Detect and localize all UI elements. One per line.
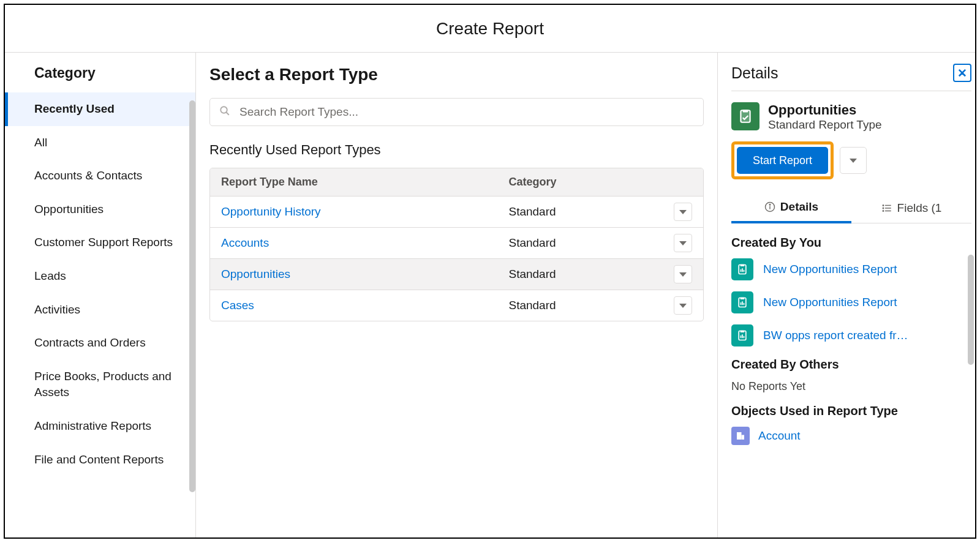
category-item-opportunities[interactable]: Opportunities <box>5 193 195 227</box>
tab-label: Fields (1 <box>897 201 942 215</box>
report-icon <box>731 258 753 280</box>
category-item-label: Price Books, Products and Assets <box>34 370 172 399</box>
details-scrollbar[interactable] <box>968 255 974 365</box>
svg-point-11 <box>883 205 884 206</box>
row-category: Standard <box>497 228 663 259</box>
close-button[interactable]: ✕ <box>953 64 971 82</box>
table-row[interactable]: Opportunity History Standard <box>210 197 703 228</box>
start-report-dropdown[interactable] <box>840 147 867 174</box>
category-item-file-content[interactable]: File and Content Reports <box>5 443 195 477</box>
col-name: Report Type Name <box>210 168 497 197</box>
modal-header: Create Report <box>5 5 975 53</box>
table-row[interactable]: Cases Standard <box>210 290 703 321</box>
svg-rect-26 <box>741 335 742 338</box>
category-item-customer-support[interactable]: Customer Support Reports <box>5 226 195 260</box>
close-icon: ✕ <box>957 66 967 80</box>
svg-rect-25 <box>741 331 745 332</box>
category-item-all[interactable]: All <box>5 126 195 160</box>
col-actions <box>663 168 703 197</box>
svg-point-13 <box>883 211 884 212</box>
report-icon <box>731 291 753 313</box>
report-link-row[interactable]: BW opps report created fr… <box>731 324 971 346</box>
row-category: Standard <box>497 290 663 321</box>
row-actions-button[interactable] <box>674 234 692 252</box>
svg-rect-23 <box>744 303 745 305</box>
report-link: New Opportunities Report <box>763 296 897 309</box>
row-name: Opportunities <box>210 259 497 290</box>
row-name: Cases <box>210 290 497 321</box>
svg-point-12 <box>883 208 884 209</box>
search-input[interactable] <box>209 98 704 126</box>
svg-rect-18 <box>744 270 745 272</box>
report-link: BW opps report created fr… <box>763 329 908 342</box>
svg-line-1 <box>226 112 229 115</box>
category-item-label: File and Content Reports <box>34 453 164 466</box>
svg-rect-4 <box>743 110 748 112</box>
category-sidebar: Category Recently Used All Accounts & Co… <box>5 53 196 537</box>
report-link: New Opportunities Report <box>763 263 897 276</box>
category-item-label: Opportunities <box>34 203 104 215</box>
svg-rect-15 <box>741 264 745 266</box>
details-tabs: Details Fields (1 <box>731 194 971 223</box>
row-actions-button[interactable] <box>674 296 692 315</box>
details-heading: Details <box>731 64 778 82</box>
svg-point-0 <box>221 107 227 113</box>
category-item-label: Accounts & Contacts <box>34 169 142 182</box>
category-item-contracts-orders[interactable]: Contracts and Orders <box>5 326 195 360</box>
object-link: Account <box>758 429 801 443</box>
report-link-row[interactable]: New Opportunities Report <box>731 291 971 313</box>
table-row[interactable]: Opportunities Standard <box>210 259 703 290</box>
category-item-label: Recently Used <box>34 102 115 115</box>
chevron-down-icon <box>679 272 687 277</box>
modal-title: Create Report <box>436 19 544 39</box>
report-icon <box>731 324 753 346</box>
row-actions-button[interactable] <box>674 265 692 283</box>
table-row[interactable]: Accounts Standard <box>210 228 703 259</box>
category-item-administrative[interactable]: Administrative Reports <box>5 410 195 443</box>
row-category: Standard <box>497 259 663 290</box>
row-category: Standard <box>497 197 663 228</box>
row-name: Accounts <box>210 228 497 259</box>
category-item-label: All <box>34 136 47 149</box>
chevron-down-icon <box>679 304 687 308</box>
category-item-label: Contracts and Orders <box>34 336 146 349</box>
category-item-recently-used[interactable]: Recently Used <box>5 92 195 126</box>
svg-rect-22 <box>742 302 743 305</box>
created-by-others-heading: Created By Others <box>731 358 971 372</box>
svg-rect-16 <box>741 269 742 272</box>
search-icon <box>219 105 230 119</box>
list-heading: Recently Used Report Types <box>209 142 704 158</box>
chevron-down-icon <box>679 241 687 245</box>
svg-rect-20 <box>741 298 745 299</box>
start-report-button[interactable]: Start Report <box>737 147 828 174</box>
svg-rect-17 <box>742 269 743 272</box>
tab-fields[interactable]: Fields (1 <box>851 194 971 223</box>
report-type-table: Report Type Name Category Opportunity Hi… <box>209 168 704 321</box>
tab-label: Details <box>780 200 818 214</box>
created-by-others-text: No Reports Yet <box>731 380 971 393</box>
chevron-down-icon <box>850 159 857 163</box>
category-item-price-books[interactable]: Price Books, Products and Assets <box>5 360 195 410</box>
category-item-label: Administrative Reports <box>34 419 151 432</box>
category-item-label: Leads <box>34 269 66 282</box>
main-heading: Select a Report Type <box>209 65 704 84</box>
created-by-you-heading: Created By You <box>731 236 971 250</box>
object-row[interactable]: Account <box>731 427 971 445</box>
report-type-icon <box>731 102 760 130</box>
category-item-accounts-contacts[interactable]: Accounts & Contacts <box>5 159 195 193</box>
info-icon <box>764 201 775 212</box>
sidebar-scrollbar[interactable] <box>189 100 195 492</box>
category-item-leads[interactable]: Leads <box>5 260 195 293</box>
svg-rect-30 <box>742 435 745 440</box>
chevron-down-icon <box>679 210 687 214</box>
svg-point-7 <box>769 204 771 206</box>
sidebar-heading: Category <box>5 61 195 92</box>
row-actions-button[interactable] <box>674 203 692 221</box>
svg-rect-28 <box>744 336 745 338</box>
svg-rect-21 <box>741 302 742 305</box>
category-item-activities[interactable]: Activities <box>5 293 195 327</box>
svg-rect-27 <box>742 335 743 339</box>
account-icon <box>731 427 750 445</box>
report-link-row[interactable]: New Opportunities Report <box>731 258 971 280</box>
tab-details[interactable]: Details <box>731 194 851 223</box>
